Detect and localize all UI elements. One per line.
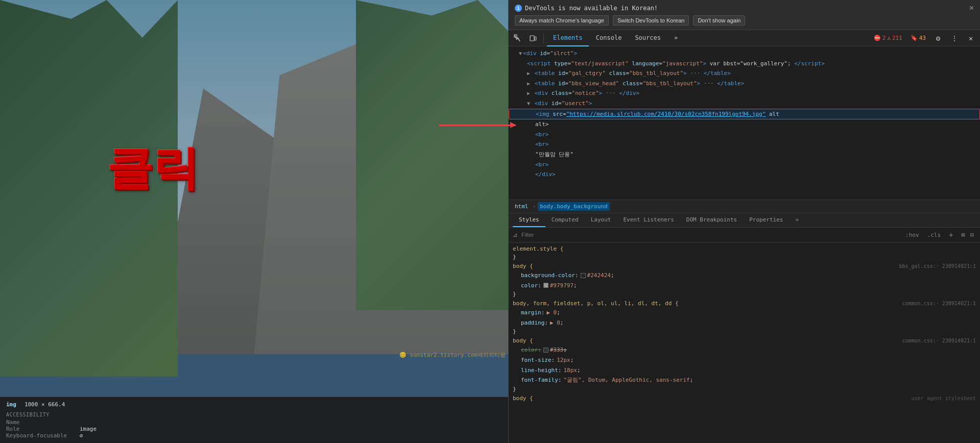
css-rule-header: element.style { [509, 244, 980, 253]
device-toolbar-icon[interactable] [526, 31, 540, 45]
dom-line[interactable]: ▼<div id="slrct"> [509, 48, 980, 59]
tab-console[interactable]: Console [590, 30, 628, 46]
bookmark-icon: 🔖 [911, 35, 918, 41]
css-prop: background-color [521, 271, 575, 280]
css-rule-header: body { user agent stylesheet [509, 394, 980, 403]
dom-line[interactable]: <br> [509, 139, 980, 150]
css-rule-header: body { common.css:· 230914021:1 [509, 336, 980, 345]
css-value: #979797 [550, 281, 573, 290]
bookmark-badge[interactable]: 🔖 43 [907, 34, 929, 42]
dont-show-again-button[interactable]: Don't show again [693, 15, 745, 26]
filter-icons: ⊞ ⊟ [960, 230, 976, 239]
color-swatch[interactable] [581, 273, 586, 278]
css-property-line: color: #979797; [509, 281, 980, 291]
tab-more[interactable]: » [668, 30, 684, 46]
css-rule-user-agent: body { user agent stylesheet [509, 394, 980, 403]
css-property-line: font-size: 12px; [509, 355, 980, 365]
dom-line[interactable]: "만월암 단풍" [509, 150, 980, 160]
element-info-panel: img 1000 × 666.4 ACCESSIBILITY Name Role… [0, 397, 508, 443]
dom-line[interactable]: ▶ <table id="gal_ctgry" class="bbs_tbl_l… [509, 68, 980, 79]
acc-role-label: Role [6, 426, 67, 432]
css-property-line: line-height: 18px; [509, 365, 980, 376]
css-rule-header: body, form, fieldset, p, ol, ul, li, dl,… [509, 299, 980, 308]
css-selector: body { [513, 395, 533, 402]
color-swatch[interactable] [543, 283, 548, 288]
css-value: "굴림", Dotum, AppleGothic, sans-serif [563, 376, 689, 385]
css-prop: color [521, 281, 538, 290]
css-rule-body-form: body, form, fieldset, p, ol, ul, li, dl,… [509, 299, 980, 335]
breadcrumb-body[interactable]: body.body_background [538, 202, 609, 211]
notification-text: DevTools is now available in Korean! [525, 5, 658, 12]
close-notification-button[interactable]: × [969, 4, 974, 12]
css-property-line: font-family: "굴림", Dotum, AppleGothic, s… [509, 375, 980, 385]
tab-sources[interactable]: Sources [629, 30, 667, 46]
css-source[interactable]: common.css:· 230914021:1 [902, 301, 976, 306]
bg-overlay [0, 0, 508, 443]
filter-input[interactable] [521, 232, 899, 238]
acc-keyboard-label: Keyboard-focusable [6, 432, 67, 439]
toolbar-separator [543, 33, 544, 43]
dom-line[interactable]: ▶ <div class="notice"> ··· </div> [509, 88, 980, 99]
dom-line[interactable]: <script type="text/javascript" language=… [509, 59, 980, 69]
close-devtools-icon[interactable]: ✕ [964, 31, 978, 45]
dom-line[interactable]: <br> [509, 160, 980, 170]
dom-line[interactable]: ▶ <table id="bbs_view_head" class="bbs_t… [509, 79, 980, 89]
dom-line[interactable]: alt> [509, 119, 980, 130]
error-badge[interactable]: ⛔ 2 ⚠ 211 [871, 34, 905, 42]
tab-properties[interactable]: Properties [743, 213, 789, 227]
color-swatch[interactable] [543, 348, 548, 353]
tab-more-style[interactable]: » [789, 213, 805, 227]
accessibility-title: ACCESSIBILITY [6, 412, 502, 417]
dom-line[interactable]: </div> [509, 169, 980, 180]
switch-language-button[interactable]: Switch DevTools to Korean [613, 15, 689, 26]
filter-plus-btn[interactable]: + [947, 230, 955, 240]
filter-icon: ⊿ [513, 232, 517, 238]
tab-computed[interactable]: Computed [545, 213, 585, 227]
breadcrumb-html[interactable]: html [513, 202, 531, 211]
css-rule-element-style: element.style { } [509, 244, 980, 261]
settings-icon[interactable]: ⚙ [931, 31, 945, 45]
css-close: } [509, 290, 980, 298]
css-selector: body { [513, 337, 533, 344]
css-rules[interactable]: element.style { } body { bbs_gal.css:· 2… [509, 242, 980, 443]
warn-icon: ⚠ [887, 35, 891, 41]
filter-btn-1[interactable]: ⊞ [960, 230, 967, 239]
element-dimensions: 1000 × 666.4 [25, 401, 65, 408]
css-property-line: margin: ▶ 0; [509, 308, 980, 318]
css-source[interactable]: bbs_gal.css:· 230914021:1 [899, 263, 976, 269]
filter-hov[interactable]: :hov [903, 231, 921, 239]
css-rule-body-2: body { common.css:· 230914021:1 color: #… [509, 336, 980, 392]
filter-cls[interactable]: .cls [925, 231, 943, 239]
css-property-line: padding: ▶ 0; [509, 318, 980, 328]
tab-event-listeners[interactable]: Event Listeners [617, 213, 680, 227]
acc-role-value: image [80, 426, 97, 432]
dom-tree[interactable]: ▼<div id="slrct"> <script type="text/jav… [509, 46, 980, 200]
breadcrumb-separator: › [533, 203, 536, 210]
dom-line[interactable]: ▼ <div id="userct"> [509, 99, 980, 109]
inspector-icon[interactable] [511, 31, 525, 45]
acc-keyboard-value: ⊘ [80, 432, 83, 439]
match-language-button[interactable]: Always match Chrome's language [515, 15, 609, 26]
css-selector: element.style { [513, 245, 563, 252]
css-property-line: color: #333; [509, 345, 980, 355]
tab-elements[interactable]: Elements [547, 30, 589, 46]
css-value: 18px [563, 366, 577, 375]
css-prop: line-height [521, 366, 558, 375]
css-prop: font-size [521, 356, 552, 365]
css-source[interactable]: common.css:· 230914021:1 [902, 338, 976, 343]
css-selector: body, form, fieldset, p, ol, ul, li, dl,… [513, 300, 679, 307]
tab-styles[interactable]: Styles [513, 213, 545, 227]
tab-layout[interactable]: Layout [585, 213, 617, 227]
dom-line-img[interactable]: <img src="https://media.slrclub.com/2410… [509, 109, 980, 120]
filter-btn-2[interactable]: ⊟ [968, 230, 976, 239]
css-close: } [509, 328, 980, 335]
tab-dom-breakpoints[interactable]: DOM Breakpoints [680, 213, 743, 227]
error-count: 2 [882, 35, 886, 41]
notification-buttons: Always match Chrome's language Switch De… [515, 15, 974, 26]
more-options-icon[interactable]: ⋮ [947, 31, 962, 45]
css-source[interactable]: user agent stylesheet [912, 396, 976, 401]
css-value: ▶ 0 [550, 318, 560, 328]
error-icon: ⛔ [874, 35, 881, 41]
dom-line[interactable]: <br> [509, 130, 980, 140]
css-prop: padding [521, 318, 544, 328]
